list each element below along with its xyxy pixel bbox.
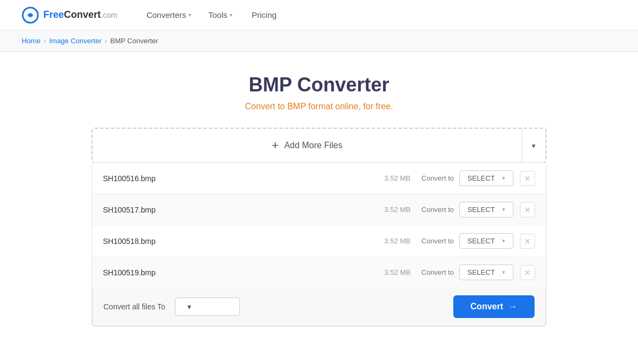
remove-file-button[interactable]: ✕ — [520, 234, 535, 249]
file-name: SH100517.bmp — [103, 206, 378, 214]
table-row: SH100516.bmp 3.52 MB Convert to SELECT ▾… — [92, 163, 546, 194]
convert-all-chevron-icon: ▾ — [187, 302, 191, 311]
plus-icon: + — [272, 138, 279, 153]
svg-point-1 — [29, 14, 32, 17]
select-chevron-icon: ▾ — [502, 175, 505, 182]
file-size: 3.52 MB — [378, 237, 411, 245]
format-select-label: SELECT — [467, 206, 495, 214]
remove-file-button[interactable]: ✕ — [520, 171, 535, 186]
file-name: SH100519.bmp — [103, 268, 378, 277]
remove-icon: ✕ — [524, 206, 531, 214]
bottom-bar: Convert all files To ▾ Convert → — [92, 288, 546, 326]
format-select-label: SELECT — [467, 174, 495, 182]
remove-icon: ✕ — [524, 237, 531, 246]
format-select-label: SELECT — [467, 237, 495, 245]
remove-icon: ✕ — [524, 268, 531, 277]
file-name: SH100518.bmp — [103, 237, 378, 246]
breadcrumb-sep-1: › — [44, 37, 46, 45]
convert-button-label: Convert — [471, 302, 503, 312]
logo-com: .com — [101, 11, 117, 19]
file-section: SH100516.bmp 3.52 MB Convert to SELECT ▾… — [92, 162, 546, 327]
file-size: 3.52 MB — [378, 206, 411, 214]
remove-file-button[interactable]: ✕ — [520, 265, 535, 280]
select-chevron-icon: ▾ — [502, 269, 505, 276]
convert-all-left: Convert all files To ▾ — [103, 297, 240, 316]
convert-to-label: Convert to — [421, 268, 454, 276]
remove-icon: ✕ — [524, 174, 531, 183]
convert-button[interactable]: Convert → — [453, 295, 535, 318]
page-subtitle: Convert to BMP format online, for free. — [245, 102, 393, 111]
convert-arrow-icon: → — [509, 302, 517, 312]
convert-to-label: Convert to — [421, 174, 454, 182]
format-select-button[interactable]: SELECT ▾ — [459, 202, 513, 217]
logo-icon — [22, 6, 39, 24]
add-files-dropdown-button[interactable]: ▾ — [522, 129, 545, 162]
table-row: SH100517.bmp 3.52 MB Convert to SELECT ▾… — [92, 194, 546, 226]
convert-all-label: Convert all files To — [103, 302, 165, 311]
nav-links: Converters ▾ Tools ▾ Pricing — [139, 6, 284, 24]
table-row: SH100519.bmp 3.52 MB Convert to SELECT ▾… — [92, 257, 546, 288]
breadcrumb: Home › Image Converter › BMP Converter — [0, 30, 638, 52]
table-row: SH100518.bmp 3.52 MB Convert to SELECT ▾… — [92, 226, 546, 257]
select-chevron-icon: ▾ — [502, 206, 505, 213]
file-list: SH100516.bmp 3.52 MB Convert to SELECT ▾… — [92, 163, 546, 288]
add-files-bar: + Add More Files ▾ — [92, 128, 546, 163]
file-size: 3.52 MB — [378, 174, 411, 182]
format-select-label: SELECT — [467, 268, 495, 276]
navbar: FreeConvert.com Converters ▾ Tools ▾ Pri… — [0, 0, 638, 30]
file-size: 3.52 MB — [378, 268, 411, 276]
logo[interactable]: FreeConvert.com — [22, 6, 117, 24]
file-area: + Add More Files ▾ SH100516.bmp 3.52 MB … — [92, 128, 546, 327]
file-name: SH100516.bmp — [103, 174, 378, 183]
breadcrumb-image-converter[interactable]: Image Converter — [49, 37, 102, 45]
remove-file-button[interactable]: ✕ — [520, 202, 535, 217]
add-files-button[interactable]: + Add More Files — [93, 129, 522, 162]
convert-to-label: Convert to — [421, 237, 454, 245]
nav-tools[interactable]: Tools ▾ — [201, 6, 240, 24]
add-files-label: Add More Files — [284, 141, 343, 150]
convert-to-label: Convert to — [421, 206, 454, 214]
logo-free: Free — [43, 9, 64, 20]
select-chevron-icon: ▾ — [502, 237, 505, 244]
nav-pricing[interactable]: Pricing — [244, 6, 284, 24]
add-files-chevron-icon: ▾ — [532, 142, 536, 150]
format-select-button[interactable]: SELECT ▾ — [459, 170, 513, 186]
nav-converters[interactable]: Converters ▾ — [139, 6, 198, 24]
convert-all-select[interactable]: ▾ — [175, 297, 240, 316]
breadcrumb-current: BMP Converter — [110, 37, 159, 45]
format-select-button[interactable]: SELECT ▾ — [459, 264, 513, 280]
main: BMP Converter Convert to BMP format onli… — [0, 52, 638, 348]
breadcrumb-sep-2: › — [105, 37, 107, 45]
converters-chevron-icon: ▾ — [188, 12, 191, 18]
page-title: BMP Converter — [249, 74, 389, 96]
breadcrumb-home[interactable]: Home — [22, 37, 41, 45]
logo-convert: Convert — [64, 9, 101, 20]
tools-chevron-icon: ▾ — [230, 12, 232, 18]
format-select-button[interactable]: SELECT ▾ — [459, 233, 513, 249]
